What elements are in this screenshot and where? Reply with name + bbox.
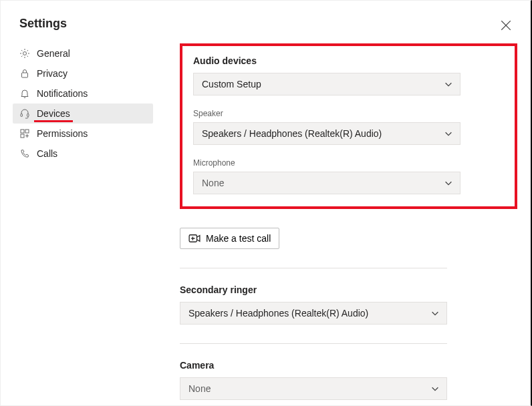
sidebar-item-label: Privacy	[37, 68, 68, 79]
sidebar-item-notifications[interactable]: Notifications	[13, 83, 153, 104]
microphone-dropdown[interactable]: None	[193, 172, 460, 194]
sidebar-item-label: Notifications	[37, 88, 88, 99]
divider	[180, 268, 447, 268]
gear-icon	[19, 48, 30, 59]
speaker-label: Speaker	[193, 109, 504, 118]
sidebar-item-label: Devices	[37, 108, 70, 119]
speaker-dropdown[interactable]: Speakers / Headphones (Realtek(R) Audio)	[193, 122, 460, 145]
sidebar-item-calls[interactable]: Calls	[13, 144, 153, 164]
svg-rect-7	[25, 130, 29, 133]
camera-selected: None	[188, 383, 211, 394]
close-icon	[500, 19, 512, 31]
chevron-down-icon	[430, 309, 440, 318]
svg-rect-5	[27, 114, 29, 117]
test-call-icon	[188, 234, 201, 243]
chevron-down-icon	[430, 384, 440, 393]
secondary-ringer-dropdown[interactable]: Speakers / Headphones (Realtek(R) Audio)	[180, 302, 447, 325]
svg-rect-4	[21, 114, 23, 117]
secondary-ringer-title: Secondary ringer	[180, 284, 517, 295]
sidebar-item-label: Calls	[37, 148, 57, 159]
sidebar-item-devices[interactable]: Devices	[13, 104, 153, 124]
chevron-down-icon	[444, 79, 453, 89]
sidebar-item-general[interactable]: General	[13, 43, 153, 63]
sidebar-item-label: Permissions	[37, 128, 88, 139]
sidebar-item-privacy[interactable]: Privacy	[13, 63, 153, 83]
test-call-label: Make a test call	[206, 233, 271, 244]
settings-header: Settings	[1, 1, 531, 43]
chevron-down-icon	[444, 129, 453, 138]
settings-body: General Privacy Notifications	[1, 43, 531, 400]
close-button[interactable]	[500, 19, 512, 31]
microphone-selected: None	[202, 178, 224, 188]
audio-devices-title: Audio devices	[193, 55, 504, 66]
sidebar: General Privacy Notifications	[13, 43, 153, 400]
audio-device-selected: Custom Setup	[202, 79, 261, 89]
camera-title: Camera	[180, 360, 517, 371]
svg-rect-3	[22, 73, 28, 77]
apps-icon	[19, 128, 30, 139]
microphone-label: Microphone	[193, 158, 504, 168]
audio-device-dropdown[interactable]: Custom Setup	[193, 73, 460, 95]
svg-rect-8	[21, 134, 24, 138]
sidebar-item-permissions[interactable]: Permissions	[13, 124, 153, 144]
bell-icon	[19, 88, 30, 99]
svg-rect-6	[21, 130, 24, 133]
divider	[180, 343, 447, 344]
camera-dropdown[interactable]: None	[180, 377, 447, 400]
headset-icon	[19, 108, 30, 119]
sidebar-item-label: General	[37, 48, 70, 59]
highlight-box: Audio devices Custom Setup Speaker Speak…	[180, 43, 517, 209]
highlight-underline	[34, 120, 73, 122]
lock-icon	[19, 68, 30, 79]
secondary-ringer-selected: Speakers / Headphones (Realtek(R) Audio)	[188, 308, 368, 319]
phone-icon	[19, 148, 30, 159]
secondary-ringer-section: Secondary ringer Speakers / Headphones (…	[180, 284, 517, 325]
chevron-down-icon	[444, 178, 453, 188]
speaker-selected: Speakers / Headphones (Realtek(R) Audio)	[202, 128, 382, 139]
page-title: Settings	[19, 17, 67, 31]
svg-point-2	[23, 52, 27, 55]
camera-section: Camera None	[180, 360, 517, 400]
make-test-call-button[interactable]: Make a test call	[180, 228, 279, 249]
settings-main: Audio devices Custom Setup Speaker Speak…	[153, 43, 531, 400]
